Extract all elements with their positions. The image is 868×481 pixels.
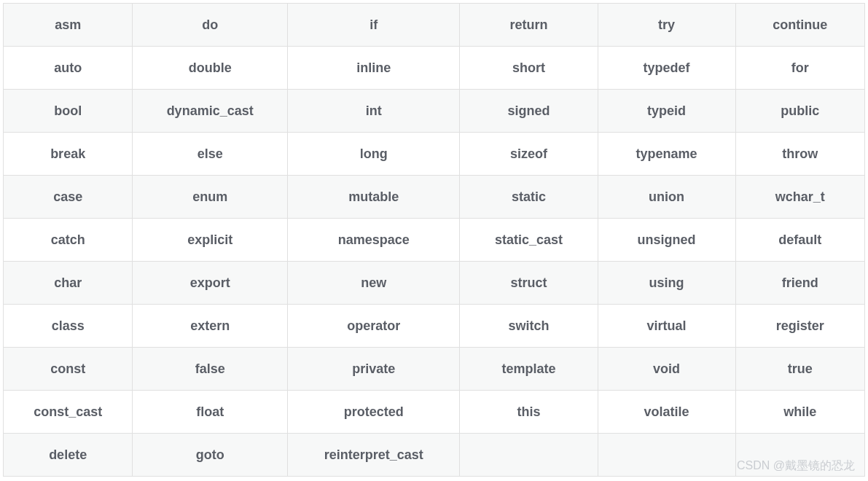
table-cell: using — [598, 262, 735, 305]
table-cell: goto — [133, 434, 288, 477]
table-cell: volatile — [598, 391, 735, 434]
table-cell: case — [4, 176, 133, 219]
table-cell: throw — [735, 133, 864, 176]
table-cell: default — [735, 219, 864, 262]
table-row: delete goto reinterpret_cast — [4, 434, 865, 477]
table-cell: unsigned — [598, 219, 735, 262]
table-cell: do — [133, 4, 288, 47]
table-cell: private — [288, 348, 460, 391]
table-cell: export — [133, 262, 288, 305]
table-cell: long — [288, 133, 460, 176]
table-cell: typedef — [598, 47, 735, 90]
table-cell: new — [288, 262, 460, 305]
table-row: asm do if return try continue — [4, 4, 865, 47]
table-row: char export new struct using friend — [4, 262, 865, 305]
table-row: break else long sizeof typename throw — [4, 133, 865, 176]
table-cell: template — [460, 348, 598, 391]
table-cell: static — [460, 176, 598, 219]
table-cell — [598, 434, 735, 477]
table-cell: inline — [288, 47, 460, 90]
keywords-table: asm do if return try continue auto doubl… — [3, 3, 865, 477]
table-cell: short — [460, 47, 598, 90]
table-cell: const — [4, 348, 133, 391]
table-cell: protected — [288, 391, 460, 434]
table-cell: operator — [288, 305, 460, 348]
table-row: class extern operator switch virtual reg… — [4, 305, 865, 348]
table-cell: switch — [460, 305, 598, 348]
table-row: const false private template void true — [4, 348, 865, 391]
table-row: bool dynamic_cast int signed typeid publ… — [4, 90, 865, 133]
table-cell: struct — [460, 262, 598, 305]
table-cell: class — [4, 305, 133, 348]
table-cell: typename — [598, 133, 735, 176]
table-cell: static_cast — [460, 219, 598, 262]
table-cell: extern — [133, 305, 288, 348]
table-cell: register — [735, 305, 864, 348]
table-cell: namespace — [288, 219, 460, 262]
table-cell: enum — [133, 176, 288, 219]
table-cell: while — [735, 391, 864, 434]
table-row: auto double inline short typedef for — [4, 47, 865, 90]
table-cell: sizeof — [460, 133, 598, 176]
table-cell: float — [133, 391, 288, 434]
table-cell: auto — [4, 47, 133, 90]
table-cell: if — [288, 4, 460, 47]
table-row: catch explicit namespace static_cast uns… — [4, 219, 865, 262]
table-cell — [460, 434, 598, 477]
table-cell: try — [598, 4, 735, 47]
table-cell: false — [133, 348, 288, 391]
table-cell: signed — [460, 90, 598, 133]
table-cell: dynamic_cast — [133, 90, 288, 133]
table-cell: union — [598, 176, 735, 219]
table-row: const_cast float protected this volatile… — [4, 391, 865, 434]
table-cell: mutable — [288, 176, 460, 219]
table-cell: break — [4, 133, 133, 176]
table-cell: delete — [4, 434, 133, 477]
table-cell: else — [133, 133, 288, 176]
table-cell: void — [598, 348, 735, 391]
table-row: case enum mutable static union wchar_t — [4, 176, 865, 219]
table-cell: true — [735, 348, 864, 391]
table-cell: asm — [4, 4, 133, 47]
table-body: asm do if return try continue auto doubl… — [4, 4, 865, 477]
table-cell: continue — [735, 4, 864, 47]
table-cell: public — [735, 90, 864, 133]
table-cell: friend — [735, 262, 864, 305]
table-cell: this — [460, 391, 598, 434]
table-cell: explicit — [133, 219, 288, 262]
table-cell: double — [133, 47, 288, 90]
table-cell: const_cast — [4, 391, 133, 434]
table-cell: char — [4, 262, 133, 305]
table-cell: int — [288, 90, 460, 133]
table-cell: for — [735, 47, 864, 90]
table-cell: return — [460, 4, 598, 47]
table-cell: virtual — [598, 305, 735, 348]
table-cell: reinterpret_cast — [288, 434, 460, 477]
table-cell: bool — [4, 90, 133, 133]
table-cell — [735, 434, 864, 477]
table-cell: wchar_t — [735, 176, 864, 219]
table-cell: catch — [4, 219, 133, 262]
table-cell: typeid — [598, 90, 735, 133]
